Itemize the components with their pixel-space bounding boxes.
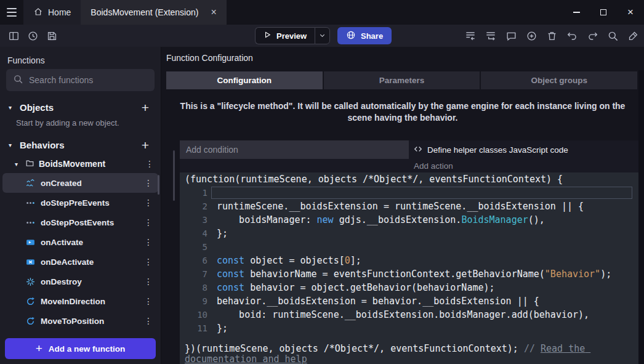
behavior-group-boidsmovement[interactable]: ▾ BoidsMovement ⋮ bbox=[0, 155, 161, 173]
js-code-icon bbox=[414, 145, 422, 155]
search-icon[interactable] bbox=[604, 27, 621, 44]
preview-dropdown-button[interactable] bbox=[315, 27, 330, 44]
sidebar-scrollbar[interactable] bbox=[158, 175, 159, 195]
tab-extension-label: BoidsMovement (Extension) bbox=[91, 7, 198, 17]
flag-on-icon bbox=[26, 238, 35, 247]
function-label: doStepPostEvents bbox=[41, 218, 137, 227]
sidebar-function-MoveInDirection[interactable]: MoveInDirection⋮ bbox=[2, 291, 158, 311]
maximize-button[interactable] bbox=[590, 0, 617, 25]
search-input[interactable] bbox=[29, 75, 148, 85]
comment-icon[interactable] bbox=[502, 27, 520, 44]
events-scrollbar[interactable] bbox=[173, 150, 175, 201]
folder-icon bbox=[25, 158, 34, 170]
code-line-10[interactable]: 10 boid: runtimeScene.__boidsExtension.b… bbox=[180, 308, 638, 322]
code-text: const object = objects[0]; bbox=[211, 254, 632, 267]
function-label: onActivate bbox=[41, 238, 137, 247]
share-button[interactable]: Share bbox=[337, 27, 392, 44]
maximize-icon bbox=[600, 9, 606, 15]
sidebar-title: Functions bbox=[0, 47, 161, 69]
add-condition-button[interactable]: Add condition bbox=[180, 140, 409, 159]
line-number: 3 bbox=[180, 213, 211, 227]
minimize-icon bbox=[573, 12, 580, 13]
more-options-icon[interactable]: ⋮ bbox=[142, 257, 155, 267]
function-configuration-panel: Function Configuration ConfigurationPara… bbox=[161, 47, 644, 364]
layout-icon[interactable] bbox=[5, 27, 22, 44]
more-options-icon[interactable]: ⋮ bbox=[142, 178, 155, 188]
tab-boidsmovement-extension[interactable]: BoidsMovement (Extension) × bbox=[81, 0, 226, 25]
js-code-event-header[interactable]: Define helper classes JavaScript code bbox=[409, 140, 638, 159]
line-number: 10 bbox=[180, 308, 211, 322]
objects-section-header[interactable]: ▾ Objects + bbox=[0, 97, 161, 117]
sidebar-function-onDeActivate[interactable]: onDeActivate⋮ bbox=[2, 252, 158, 272]
sidebar-function-doStepPostEvents[interactable]: doStepPostEvents⋮ bbox=[2, 212, 158, 232]
function-list: onCreated⋮doStepPreEvents⋮doStepPostEven… bbox=[0, 173, 161, 331]
functions-sidebar: Functions ▾ Objects + Start by adding a … bbox=[0, 47, 161, 364]
brush-icon[interactable] bbox=[624, 27, 642, 44]
history-icon[interactable] bbox=[24, 27, 41, 44]
preview-button[interactable]: Preview bbox=[255, 27, 315, 44]
more-options-icon[interactable]: ⋮ bbox=[143, 159, 156, 169]
add-behavior-button[interactable]: + bbox=[139, 139, 152, 152]
code-line-1[interactable]: 1 bbox=[180, 186, 638, 200]
add-function-button[interactable]: + Add a new function bbox=[5, 338, 156, 359]
code-lines: 12runtimeScene.__boidsExtension = runtim… bbox=[180, 186, 638, 335]
objects-empty-hint: Start by adding a new object. bbox=[0, 117, 161, 127]
swirl-icon bbox=[26, 297, 35, 306]
swirl-icon bbox=[26, 317, 35, 326]
code-text: }; bbox=[211, 227, 632, 240]
code-line-8[interactable]: 8const behavior = object.getBehavior(beh… bbox=[180, 281, 638, 294]
more-options-icon[interactable]: ⋮ bbox=[142, 237, 155, 247]
toolbar-right-icons bbox=[462, 27, 642, 44]
boids-icon bbox=[26, 179, 35, 188]
main-toolbar: Preview Share bbox=[0, 25, 644, 47]
code-text: boidsManager: new gdjs.__boidsExtension.… bbox=[211, 213, 632, 227]
code-line-4[interactable]: 4}; bbox=[180, 227, 638, 240]
sidebar-function-onDestroy[interactable]: onDestroy⋮ bbox=[2, 272, 158, 291]
add-other-events-icon[interactable] bbox=[523, 27, 540, 44]
tab-object-groups[interactable]: Object groups bbox=[481, 71, 637, 89]
more-options-icon[interactable]: ⋮ bbox=[142, 316, 155, 326]
code-line-11[interactable]: 11}; bbox=[180, 322, 638, 335]
add-action-button[interactable]: Add action bbox=[409, 161, 453, 171]
js-code-editor[interactable]: (function(runtimeScene, objects /*Object… bbox=[180, 172, 638, 364]
code-wrapper-open: (function(runtimeScene, objects /*Object… bbox=[180, 172, 638, 186]
gdevelop-window: Home BoidsMovement (Extension) × × Previ… bbox=[0, 0, 644, 364]
sidebar-function-onCreated[interactable]: onCreated⋮ bbox=[2, 173, 158, 193]
code-text: behavior.__boidsExtension = behavior.__b… bbox=[211, 294, 632, 308]
save-icon[interactable] bbox=[43, 27, 60, 44]
trash-icon[interactable] bbox=[543, 27, 560, 44]
redo-icon[interactable] bbox=[584, 27, 601, 44]
undo-icon[interactable] bbox=[563, 27, 581, 44]
sidebar-function-onActivate[interactable]: onActivate⋮ bbox=[2, 232, 158, 252]
more-options-icon[interactable]: ⋮ bbox=[142, 217, 155, 227]
more-options-icon[interactable]: ⋮ bbox=[142, 198, 155, 208]
code-text bbox=[211, 187, 632, 199]
search-box[interactable] bbox=[6, 69, 155, 91]
behaviors-section-header[interactable]: ▾ Behaviors + bbox=[0, 135, 161, 155]
function-label: onDestroy bbox=[41, 277, 137, 286]
home-icon bbox=[33, 7, 43, 18]
menu-icon[interactable] bbox=[0, 0, 23, 25]
right-scroll-area[interactable] bbox=[638, 70, 644, 364]
flag-off-icon bbox=[26, 257, 35, 267]
code-line-5[interactable]: 5 bbox=[180, 240, 638, 254]
close-tab-icon[interactable]: × bbox=[211, 7, 216, 17]
more-options-icon[interactable]: ⋮ bbox=[142, 277, 155, 286]
code-line-9[interactable]: 9behavior.__boidsExtension = behavior.__… bbox=[180, 294, 638, 308]
code-line-3[interactable]: 3 boidsManager: new gdjs.__boidsExtensio… bbox=[180, 213, 638, 227]
code-line-2[interactable]: 2runtimeScene.__boidsExtension = runtime… bbox=[180, 200, 638, 213]
add-event-icon[interactable] bbox=[462, 27, 479, 44]
add-subevent-icon[interactable] bbox=[482, 27, 499, 44]
code-line-6[interactable]: 6const object = objects[0]; bbox=[180, 254, 638, 267]
step-icon bbox=[26, 198, 35, 208]
sidebar-function-doStepPreEvents[interactable]: doStepPreEvents⋮ bbox=[2, 193, 158, 212]
more-options-icon[interactable]: ⋮ bbox=[142, 296, 155, 306]
minimize-button[interactable] bbox=[563, 0, 590, 25]
tab-configuration[interactable]: Configuration bbox=[166, 71, 323, 89]
code-line-7[interactable]: 7const behaviorName = eventsFunctionCont… bbox=[180, 267, 638, 281]
tab-parameters[interactable]: Parameters bbox=[324, 71, 480, 89]
add-object-button[interactable]: + bbox=[139, 101, 152, 114]
tab-home[interactable]: Home bbox=[23, 0, 81, 25]
close-button[interactable]: × bbox=[617, 0, 644, 25]
sidebar-function-MoveToPosition[interactable]: MoveToPosition⋮ bbox=[2, 311, 158, 331]
